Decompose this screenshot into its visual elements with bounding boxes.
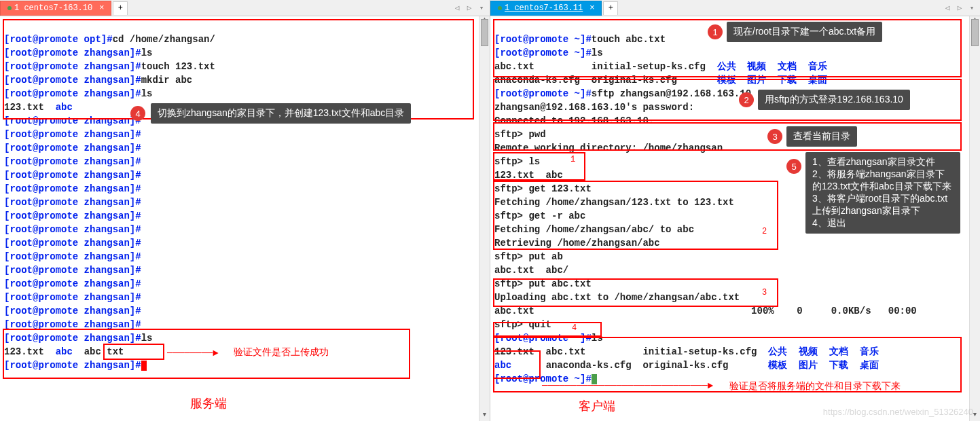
prompt: [root@promote zhangsan]# xyxy=(4,265,141,276)
command: ls xyxy=(141,88,153,99)
output: 0.0KB/s xyxy=(831,306,871,316)
callout-4: 切换到zhangsan的家目录下，并创建123.txt文件和abc目录 xyxy=(151,103,411,124)
output-dir: 公共 视频 文档 音乐 xyxy=(717,61,827,72)
output: zhangsan@192.168.163.10's password: xyxy=(494,102,700,113)
output: anaconda-ks.cfg original-ks.cfg xyxy=(511,360,768,371)
prompt: [root@promote ~]# xyxy=(494,333,592,344)
annotation-badge-4: 4 xyxy=(130,106,145,121)
callout-2: 用sftp的方式登录192.168.163.10 xyxy=(758,90,910,110)
output: 123.txt xyxy=(4,346,56,357)
callout-5: 1、查看zhangsan家目录文件 2、将服务端zhangsan家目录下的123… xyxy=(805,152,960,234)
prompt: [root@promote zhangsan]# xyxy=(4,183,141,194)
prompt: [root@promote opt]# xyxy=(4,34,113,45)
prompt: [root@promote zhangsan]# xyxy=(4,333,141,344)
output-dir: abc xyxy=(56,346,73,357)
prompt: [root@promote zhangsan]# xyxy=(4,197,141,208)
prompt: [root@promote ~]# xyxy=(494,48,592,58)
output: Retrieving /home/zhangsan/abc xyxy=(494,238,660,249)
output-dir: abc xyxy=(56,102,73,113)
tabbar-controls: ◁ ▷ ▾ xyxy=(452,3,487,12)
cursor-icon xyxy=(141,361,147,371)
tiny-num-4: 4 xyxy=(572,323,577,333)
output: abc.txt abc/ xyxy=(494,265,580,276)
annotation-text: 验证文件是否上传成功 xyxy=(234,346,329,359)
tabbar-controls: ◁ ▷ ▾ xyxy=(942,3,977,12)
footer-label: 客户端 xyxy=(579,398,615,414)
prev-tab-icon[interactable]: ◁ xyxy=(942,3,953,12)
scroll-thumb[interactable] xyxy=(481,19,488,46)
annotation-badge-2: 2 xyxy=(739,92,754,107)
callout-3: 查看当前目录 xyxy=(786,126,857,147)
prompt: [root@promote zhangsan]# xyxy=(4,170,141,181)
close-icon[interactable]: × xyxy=(99,3,104,13)
status-dot-icon xyxy=(498,6,502,10)
prompt: [root@promote zhangsan]# xyxy=(4,75,141,86)
prompt: [root@promote zhangsan]# xyxy=(4,306,141,316)
scroll-thumb[interactable] xyxy=(971,19,979,46)
annotation-badge-1: 1 xyxy=(708,24,723,39)
left-terminal[interactable]: [root@promote opt]#cd /home/zhangsan/ [r… xyxy=(0,16,490,421)
tab-centos-11[interactable]: 1 centos7-163.11 × xyxy=(490,1,602,16)
scroll-down-icon[interactable]: ▼ xyxy=(479,411,490,421)
prompt: [root@promote zhangsan]# xyxy=(4,129,141,140)
sftp-cmd: sftp> quit xyxy=(494,319,551,330)
sftp-cmd: sftp> put abc.txt xyxy=(494,278,592,289)
output: 123.txt xyxy=(4,102,56,113)
output: 0 xyxy=(797,306,802,316)
output: abc.txt xyxy=(73,346,124,357)
output-dir: 模板 图片 下载 桌面 xyxy=(717,75,827,86)
left-scrollbar[interactable]: ▲ ▼ xyxy=(479,16,490,421)
annotation-text: 验证是否将服务端的文件和目录下载下来 xyxy=(729,380,901,392)
output: abc.txt initial-setup-ks.cfg xyxy=(494,61,717,72)
command: ls xyxy=(141,48,153,58)
callout-1: 现在/root目录下建一个abc.txt备用 xyxy=(727,22,882,42)
tab-menu-icon[interactable]: ▾ xyxy=(966,3,977,12)
output: 123.txt abc xyxy=(494,170,580,181)
tab-label: 1 centos7-163.10 xyxy=(14,3,92,13)
prompt: [root@promote ~]# xyxy=(494,34,592,45)
command: mkdir abc xyxy=(141,75,193,86)
output-dir: 模板 图片 下载 桌面 xyxy=(768,360,878,371)
prev-tab-icon[interactable]: ◁ xyxy=(452,3,462,12)
annotation-badge-5: 5 xyxy=(786,159,801,174)
prompt: [root@promote zhangsan]# xyxy=(4,224,141,235)
output: Fetching /home/zhangsan/abc/ to abc xyxy=(494,224,694,235)
prompt: [root@promote zhangsan]# xyxy=(4,360,141,371)
annotation-badge-3: 3 xyxy=(767,129,782,144)
output: anaconda-ks.cfg original-ks.cfg xyxy=(494,75,717,86)
tiny-num-2: 2 xyxy=(762,227,767,236)
prompt: [root@promote zhangsan]# xyxy=(4,48,141,58)
output: abc.txt initial-setup-ks.cfg xyxy=(534,346,768,357)
left-pane: 1 centos7-163.10 × + ◁ ▷ ▾ [root@promote… xyxy=(0,0,490,421)
tab-centos-10[interactable]: 1 centos7-163.10 × xyxy=(0,1,111,16)
tab-label: 1 centos7-163.11 xyxy=(505,3,583,13)
close-icon[interactable]: × xyxy=(589,3,594,13)
tab-menu-icon[interactable]: ▾ xyxy=(476,3,487,12)
command: touch abc.txt xyxy=(592,34,666,45)
output: Uploading abc.txt to /home/zhangsan/abc.… xyxy=(494,292,740,303)
next-tab-icon[interactable]: ▷ xyxy=(954,3,965,12)
prompt: [root@promote zhangsan]# xyxy=(4,319,141,330)
output: 100% xyxy=(751,306,774,316)
left-tabbar: 1 centos7-163.10 × + ◁ ▷ ▾ xyxy=(0,0,490,16)
new-tab-button[interactable]: + xyxy=(603,1,618,15)
command: ls xyxy=(141,333,153,344)
new-tab-button[interactable]: + xyxy=(113,1,128,15)
next-tab-icon[interactable]: ▷ xyxy=(464,3,475,12)
output: Fetching /home/zhangsan/123.txt to 123.t… xyxy=(494,197,734,208)
output: abc.txt xyxy=(494,306,534,316)
arrow-icon: ────────► xyxy=(167,348,219,359)
command: touch 123.txt xyxy=(141,61,215,72)
prompt: [root@promote zhangsan]# xyxy=(4,115,141,126)
prompt: [root@promote zhangsan]# xyxy=(4,88,141,99)
right-tabbar: 1 centos7-163.11 × + ◁ ▷ ▾ xyxy=(490,0,980,16)
sftp-cmd: sftp> ls xyxy=(494,156,540,167)
prompt: [root@promote zhangsan]# xyxy=(4,61,141,72)
right-scrollbar[interactable]: ▲ ▼ xyxy=(969,16,980,421)
prompt: [root@promote ~]# xyxy=(494,88,592,99)
tiny-num-1: 1 xyxy=(570,155,575,164)
tiny-num-3: 3 xyxy=(762,288,767,297)
output: Connected to 192.168.163.10. xyxy=(494,115,654,126)
output-dir: abc xyxy=(494,360,511,371)
output: 00:00 xyxy=(888,306,917,316)
